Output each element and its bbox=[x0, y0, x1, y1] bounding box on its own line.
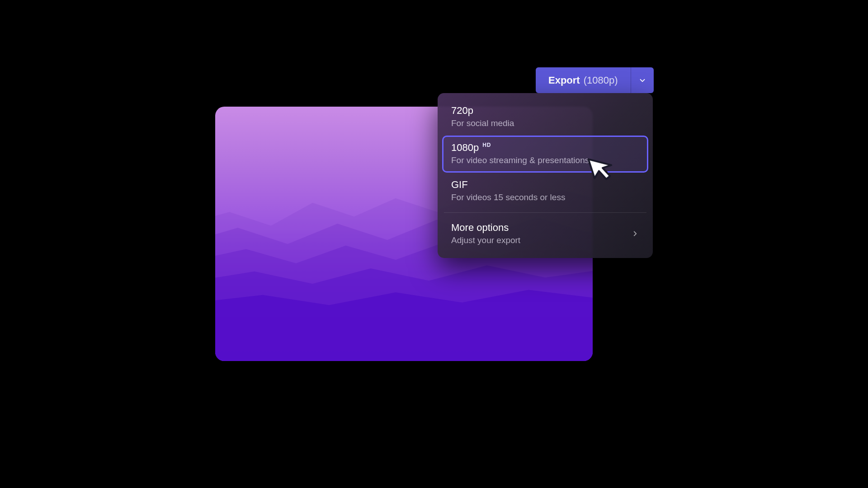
export-split-button: Export (1080p) bbox=[536, 67, 654, 93]
export-option-title: 1080p bbox=[451, 142, 479, 154]
hd-badge: HD bbox=[482, 142, 491, 148]
more-options-subtitle: Adjust your export bbox=[451, 235, 520, 245]
export-dropdown-menu: 720p For social media 1080p HD For video… bbox=[438, 93, 653, 258]
export-option-1080p[interactable]: 1080p HD For video streaming & presentat… bbox=[442, 136, 648, 173]
export-option-subtitle: For social media bbox=[451, 118, 639, 128]
chevron-right-icon bbox=[631, 230, 639, 238]
chevron-down-icon bbox=[638, 76, 646, 84]
export-button-resolution: (1080p) bbox=[584, 75, 618, 86]
export-option-title: 720p bbox=[451, 105, 639, 117]
export-option-720p[interactable]: 720p For social media bbox=[442, 99, 648, 136]
export-option-gif[interactable]: GIF For videos 15 seconds or less bbox=[442, 173, 648, 210]
export-option-subtitle: For video streaming & presentations bbox=[451, 155, 639, 165]
export-button-label: Export bbox=[548, 75, 580, 86]
export-more-options[interactable]: More options Adjust your export bbox=[442, 216, 648, 253]
export-dropdown-toggle[interactable] bbox=[631, 67, 654, 93]
export-option-title: GIF bbox=[451, 179, 639, 191]
export-option-subtitle: For videos 15 seconds or less bbox=[451, 192, 639, 202]
export-button[interactable]: Export (1080p) bbox=[536, 67, 631, 93]
divider bbox=[444, 212, 646, 213]
more-options-title: More options bbox=[451, 222, 520, 234]
